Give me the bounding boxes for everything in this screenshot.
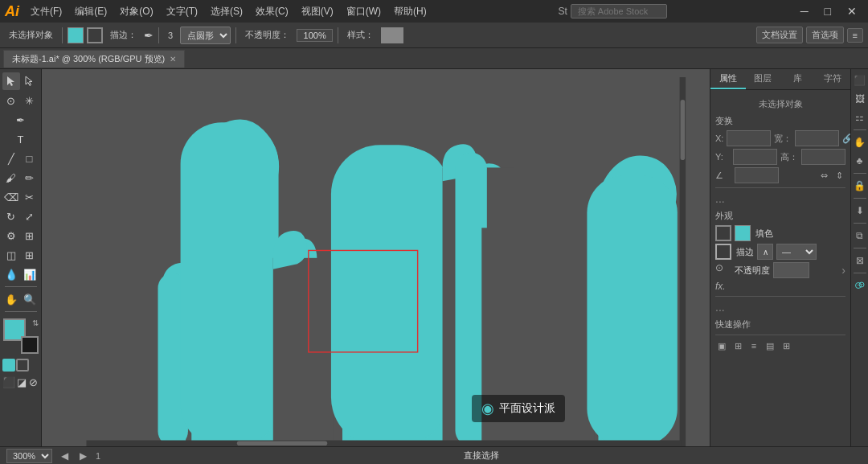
selection-tool[interactable] bbox=[2, 72, 20, 90]
stroke-up-btn[interactable]: ∧ bbox=[757, 244, 773, 260]
fill-btn[interactable] bbox=[2, 359, 15, 372]
doc-settings-button[interactable]: 文档设置 bbox=[756, 27, 803, 43]
panel-tab-layers[interactable]: 图层 bbox=[746, 69, 781, 89]
stroke-indicator[interactable] bbox=[715, 225, 731, 241]
next-page-button[interactable]: ▶ bbox=[77, 450, 89, 462]
toolbox-separator bbox=[5, 286, 37, 287]
scissors-tool[interactable]: ✂ bbox=[21, 188, 39, 206]
tool-row-fill-stroke bbox=[2, 359, 39, 372]
eyedropper-tool[interactable]: 💧 bbox=[2, 265, 20, 283]
menu-view[interactable]: 视图(V) bbox=[297, 5, 338, 18]
chart-tool[interactable]: 📊 bbox=[21, 265, 39, 283]
pencil-tool[interactable]: ✏ bbox=[21, 169, 39, 187]
preferences-button[interactable]: 首选项 bbox=[806, 27, 844, 43]
minimize-button[interactable]: ─ bbox=[794, 0, 815, 23]
mesh-tool[interactable]: ⊞ bbox=[21, 246, 39, 264]
transform-more-button[interactable]: ... bbox=[715, 192, 845, 205]
transform2-icon[interactable]: ⊞ bbox=[780, 339, 792, 352]
transform-section-title: 变换 bbox=[715, 115, 845, 127]
gradient-mode-btn[interactable]: ◪ bbox=[16, 373, 27, 391]
strip-qr-btn[interactable]: ⚏ bbox=[852, 109, 868, 125]
menu-file[interactable]: 文件(F) bbox=[26, 5, 67, 18]
strip-sep-2 bbox=[854, 173, 866, 174]
gradient-tool[interactable]: ◫ bbox=[2, 246, 20, 264]
paintbrush-tool[interactable]: 🖌 bbox=[2, 169, 20, 187]
menu-window[interactable]: 窗口(W) bbox=[342, 5, 386, 18]
opacity-input[interactable] bbox=[297, 29, 333, 42]
zoom-tool[interactable]: 🔍 bbox=[21, 290, 39, 308]
swap-colors-icon[interactable]: ⇅ bbox=[32, 318, 39, 327]
angle-input[interactable] bbox=[735, 167, 779, 183]
canvas-area[interactable]: ◉ 平面设计派 bbox=[42, 69, 710, 446]
opacity-more-btn[interactable]: › bbox=[841, 264, 845, 277]
panel-strip: ⬛ 🖼 ⚏ ✋ ♣ 🔒 ⬇ ⧉ ⊠ bbox=[850, 69, 868, 446]
menu-help[interactable]: 帮助(H) bbox=[389, 5, 432, 18]
menu-text[interactable]: 文字(T) bbox=[162, 5, 203, 18]
y-input[interactable] bbox=[733, 149, 777, 165]
style-swatch[interactable] bbox=[381, 27, 403, 43]
strip-clover-btn[interactable]: ♣ bbox=[852, 153, 868, 169]
w-input[interactable] bbox=[795, 130, 839, 146]
document-tab[interactable]: 未标题-1.ai* @ 300% (RGB/GPU 预览) ✕ bbox=[3, 50, 185, 68]
search-input[interactable] bbox=[571, 4, 667, 18]
fill-color-swatch[interactable] bbox=[68, 27, 84, 43]
fill-color-panel[interactable] bbox=[735, 225, 751, 241]
appearance-more-btn[interactable]: ... bbox=[715, 301, 845, 314]
panel-tab-properties[interactable]: 属性 bbox=[710, 69, 746, 89]
stroke-btn[interactable] bbox=[16, 359, 29, 372]
stroke-select[interactable]: — bbox=[776, 244, 817, 260]
zoom-select[interactable]: 300% bbox=[6, 449, 52, 463]
panel-tab-library[interactable]: 库 bbox=[780, 69, 816, 89]
type-tool[interactable]: T bbox=[2, 130, 39, 148]
tab-close-button[interactable]: ✕ bbox=[170, 55, 176, 64]
link-icon[interactable]: 🔗 bbox=[842, 132, 850, 145]
menu-edit[interactable]: 编辑(E) bbox=[70, 5, 112, 18]
wand-tool[interactable]: ✳ bbox=[21, 92, 39, 109]
lasso-tool[interactable]: ⊙ bbox=[2, 92, 20, 109]
prev-page-button[interactable]: ◀ bbox=[59, 450, 71, 462]
strip-move-btn[interactable]: ✋ bbox=[852, 134, 868, 150]
background-color[interactable] bbox=[21, 336, 39, 354]
direct-selection-tool[interactable] bbox=[21, 72, 39, 90]
strip-wechat-btn[interactable] bbox=[852, 277, 868, 294]
none-btn[interactable]: ⊘ bbox=[28, 373, 39, 391]
menu-select[interactable]: 选择(S) bbox=[206, 5, 248, 18]
x-input[interactable] bbox=[727, 130, 771, 146]
strip-image-btn[interactable]: 🖼 bbox=[852, 91, 868, 107]
scale-tool[interactable]: ⤢ bbox=[21, 207, 39, 225]
puppet-warp-tool[interactable]: ⚙ bbox=[2, 227, 20, 244]
pen-tool[interactable]: ✒ bbox=[2, 111, 39, 129]
close-button[interactable]: ✕ bbox=[841, 0, 863, 23]
grid-icon[interactable]: ⊞ bbox=[731, 339, 744, 352]
flip-v-icon[interactable]: ⇕ bbox=[833, 169, 845, 182]
rotate-tool[interactable]: ↻ bbox=[2, 207, 20, 225]
h-input[interactable] bbox=[801, 149, 845, 165]
frame-icon[interactable]: ▤ bbox=[764, 339, 776, 352]
strip-color-btn[interactable]: ⬛ bbox=[852, 72, 868, 88]
maximize-button[interactable]: □ bbox=[818, 0, 837, 23]
strip-grid2-btn[interactable]: ⊠ bbox=[852, 253, 868, 269]
toolbox: ⊙ ✳ ✒ T ╱ □ 🖌 ✏ ⌫ ✂ ↻ ⤢ ⚙ ⊞ ◫ ⊞ 💧 bbox=[0, 69, 42, 446]
opacity-value-panel[interactable]: 100% bbox=[773, 262, 809, 278]
strip-lock-btn[interactable]: 🔒 bbox=[852, 178, 868, 194]
svg-marker-0 bbox=[7, 76, 14, 86]
menu-effect[interactable]: 效果(C) bbox=[251, 5, 293, 18]
menu-object[interactable]: 对象(O) bbox=[115, 5, 158, 18]
svg-point-20 bbox=[859, 282, 864, 287]
hand-tool[interactable]: ✋ bbox=[2, 290, 20, 308]
stroke-box-panel[interactable] bbox=[715, 244, 731, 260]
strip-copy-btn[interactable]: ⧉ bbox=[852, 228, 868, 244]
shape-tool[interactable]: □ bbox=[21, 150, 39, 167]
stroke-color-swatch[interactable] bbox=[87, 27, 103, 43]
artboard-icon[interactable]: ▣ bbox=[715, 339, 728, 352]
flip-h-icon[interactable]: ⇔ bbox=[817, 169, 830, 182]
strip-download-btn[interactable]: ⬇ bbox=[852, 203, 868, 219]
free-transform-tool[interactable]: ⊞ bbox=[21, 227, 39, 244]
line-tool[interactable]: ╱ bbox=[2, 150, 20, 167]
color-mode-btn[interactable]: ⬛ bbox=[2, 373, 15, 391]
guide-icon[interactable]: ≡ bbox=[747, 339, 760, 352]
stroke-shape-select[interactable]: 点圆形 bbox=[180, 27, 231, 44]
toolbar-more-button[interactable]: ≡ bbox=[847, 28, 863, 43]
panel-tab-character[interactable]: 字符 bbox=[816, 69, 851, 89]
eraser-tool[interactable]: ⌫ bbox=[2, 188, 20, 206]
